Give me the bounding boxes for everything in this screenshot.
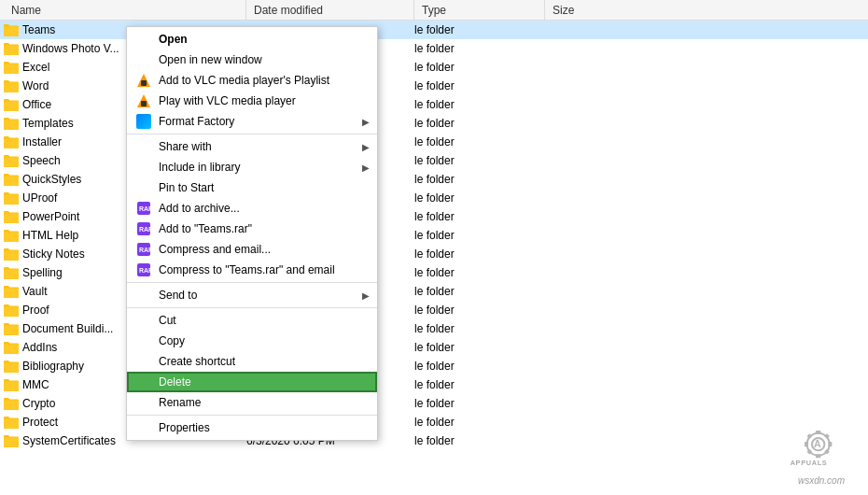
menu-item-compress-email[interactable]: RAR Compress and email... <box>127 239 377 260</box>
file-type-cell: le folder <box>414 378 545 391</box>
menu-item-add-vlc-playlist[interactable]: Add to VLC media player's Playlist <box>127 70 377 91</box>
file-type-cell: le folder <box>414 173 545 186</box>
file-name-label: Document Buildi... <box>22 322 113 335</box>
menu-label-open: Open <box>159 33 370 46</box>
file-name-label: Word <box>22 79 49 92</box>
file-name-label: Bibliography <box>22 360 84 373</box>
menu-item-add-to-rar[interactable]: RAR Add to "Teams.rar" <box>127 219 377 239</box>
menu-label-compress-email: Compress and email... <box>159 243 370 256</box>
file-name-label: UProof <box>22 191 57 205</box>
folder-icon <box>4 341 19 354</box>
menu-separator <box>127 282 377 283</box>
file-name-label: Spelling <box>22 266 63 279</box>
ff-icon <box>134 113 153 130</box>
svg-text:APPUALS: APPUALS <box>791 459 828 467</box>
menu-item-include-library[interactable]: Include in library▶ <box>127 157 377 177</box>
none-icon <box>134 419 153 436</box>
format-factory-icon <box>136 114 151 129</box>
svg-rect-17 <box>828 442 832 446</box>
file-name-label: Windows Photo V... <box>22 42 119 55</box>
menu-label-send-to: Send to <box>159 289 357 302</box>
none-icon <box>134 31 153 48</box>
file-name-label: PowerPoint <box>22 210 79 223</box>
file-type-cell: le folder <box>414 304 545 317</box>
folder-icon <box>4 229 19 242</box>
svg-rect-1 <box>141 80 147 86</box>
menu-item-format-factory[interactable]: Format Factory▶ <box>127 111 377 132</box>
file-type-cell: le folder <box>414 98 545 111</box>
context-menu: OpenOpen in new window Add to VLC media … <box>126 26 378 441</box>
menu-label-add-to-archive: Add to archive... <box>159 202 370 215</box>
menu-item-pin-to-start[interactable]: Pin to Start <box>127 177 377 198</box>
file-type-cell: le folder <box>414 285 545 298</box>
folder-icon <box>4 266 19 279</box>
menu-label-copy: Copy <box>159 334 370 347</box>
file-name-label: SystemCertificates <box>22 434 116 447</box>
file-type-cell: le folder <box>414 266 545 279</box>
svg-text:RAR: RAR <box>139 267 151 274</box>
rar-icon: RAR <box>134 241 153 258</box>
folder-icon <box>4 42 19 55</box>
menu-item-send-to[interactable]: Send to▶ <box>127 285 377 305</box>
file-type-cell: le folder <box>414 117 545 130</box>
col-header-size[interactable]: Size <box>545 0 638 20</box>
menu-item-open[interactable]: Open <box>127 29 377 50</box>
file-name-label: HTML Help <box>22 229 78 242</box>
menu-item-add-to-archive[interactable]: RAR Add to archive... <box>127 198 377 219</box>
none-icon <box>134 374 153 390</box>
file-name-label: Office <box>22 98 51 111</box>
folder-icon <box>4 98 19 111</box>
svg-rect-16 <box>805 442 808 446</box>
menu-item-open-new-window[interactable]: Open in new window <box>127 50 377 70</box>
menu-item-properties[interactable]: Properties <box>127 417 377 438</box>
menu-item-rename[interactable]: Rename <box>127 392 377 413</box>
menu-item-create-shortcut[interactable]: Create shortcut <box>127 351 377 372</box>
submenu-arrow-icon: ▶ <box>362 117 370 127</box>
col-header-name[interactable]: Name <box>4 0 246 20</box>
file-name-label: Teams <box>22 23 55 36</box>
menu-item-play-vlc[interactable]: Play with VLC media player <box>127 91 377 111</box>
menu-item-delete[interactable]: Delete <box>127 372 377 392</box>
vlc-icon <box>134 72 153 89</box>
watermark-url: wsxdn.com <box>798 475 845 486</box>
menu-label-play-vlc: Play with VLC media player <box>159 94 370 107</box>
menu-label-pin-to-start: Pin to Start <box>159 181 370 194</box>
file-name-label: Templates <box>22 117 74 130</box>
file-type-cell: le folder <box>414 135 545 148</box>
none-icon <box>134 332 153 349</box>
file-name-label: Protect <box>22 416 58 429</box>
menu-item-copy[interactable]: Copy <box>127 331 377 351</box>
file-name-label: Vault <box>22 285 47 298</box>
menu-item-cut[interactable]: Cut <box>127 310 377 331</box>
none-icon <box>134 287 153 304</box>
menu-label-cut: Cut <box>159 314 370 327</box>
file-type-cell: le folder <box>414 154 545 167</box>
file-name-label: Crypto <box>22 397 55 410</box>
menu-item-share-with[interactable]: Share with▶ <box>127 136 377 157</box>
svg-rect-3 <box>141 101 147 106</box>
file-type-cell: le folder <box>414 341 545 354</box>
submenu-arrow-icon: ▶ <box>362 163 370 173</box>
file-type-cell: le folder <box>414 416 545 429</box>
file-name-label: MMC <box>22 378 49 391</box>
folder-icon <box>4 378 19 391</box>
folder-icon <box>4 173 19 186</box>
svg-text:RAR: RAR <box>139 226 151 233</box>
file-name-label: Installer <box>22 135 62 148</box>
col-header-date[interactable]: Date modified <box>246 0 414 20</box>
menu-label-delete: Delete <box>159 375 370 389</box>
none-icon <box>134 159 153 176</box>
menu-separator <box>127 134 377 134</box>
folder-icon <box>4 397 19 410</box>
col-header-type[interactable]: Type <box>414 0 545 20</box>
menu-label-add-to-rar: Add to "Teams.rar" <box>159 222 370 235</box>
file-type-cell: le folder <box>414 191 545 205</box>
column-headers: Name Date modified Type Size <box>0 0 868 21</box>
file-type-cell: le folder <box>414 23 545 36</box>
menu-item-compress-rar-email[interactable]: RAR Compress to "Teams.rar" and email <box>127 260 377 280</box>
menu-label-rename: Rename <box>159 396 370 409</box>
folder-icon <box>4 322 19 335</box>
folder-icon <box>4 360 19 373</box>
explorer-window: Name Date modified Type Size Teamsle fol… <box>0 0 868 495</box>
folder-icon <box>4 79 19 92</box>
